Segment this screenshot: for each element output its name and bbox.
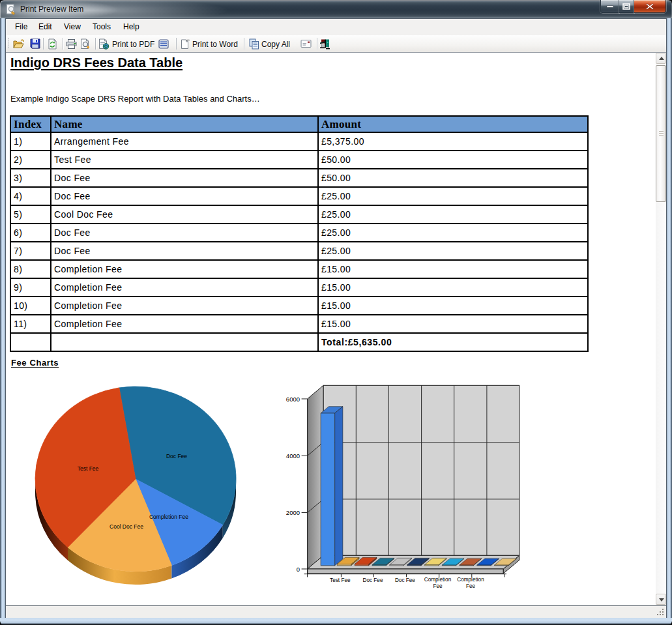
svg-text:Doc Fee: Doc Fee — [363, 577, 383, 583]
svg-text:Doc Fee: Doc Fee — [166, 453, 187, 459]
svg-text:Test Fee: Test Fee — [330, 577, 351, 583]
svg-text:Fee: Fee — [433, 583, 443, 589]
svg-text:Cool Doc Fee: Cool Doc Fee — [110, 523, 143, 530]
svg-text:Completion: Completion — [424, 577, 452, 583]
svg-text:2000: 2000 — [286, 509, 300, 516]
svg-text:Doc Fee: Doc Fee — [395, 577, 415, 583]
svg-text:0: 0 — [297, 566, 300, 573]
svg-text:6000: 6000 — [286, 396, 300, 403]
svg-text:Completion Fee: Completion Fee — [149, 514, 188, 520]
svg-text:Test Fee: Test Fee — [78, 465, 99, 472]
svg-text:4000: 4000 — [286, 452, 300, 459]
svg-text:Completion: Completion — [457, 577, 484, 583]
svg-text:Fee: Fee — [466, 583, 476, 589]
